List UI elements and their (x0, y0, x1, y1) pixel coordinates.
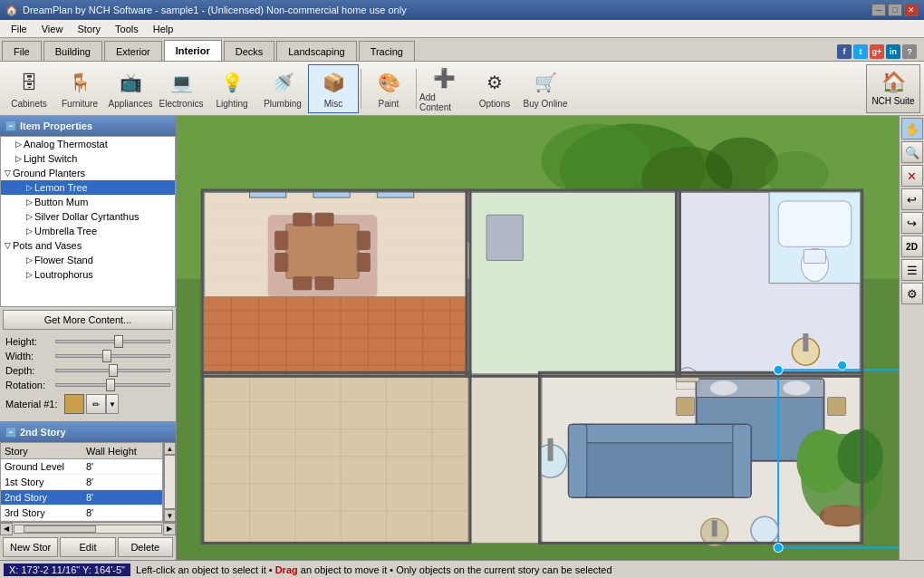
story-scroll-track[interactable] (164, 455, 176, 509)
svg-rect-55 (733, 425, 751, 498)
hscroll-track[interactable] (14, 525, 162, 534)
tree-item-silver-dollar[interactable]: ▷ Silver Dollar Cyrtanthus (1, 209, 175, 224)
tab-bar: File Building Exterior Interior Decks La… (0, 38, 924, 62)
google-icon[interactable]: g+ (870, 44, 884, 59)
close-button[interactable]: ✕ (904, 4, 919, 16)
hscroll-right[interactable]: ▶ (163, 523, 176, 535)
nch-suite-button[interactable]: 🏠 NCH Suite (866, 64, 920, 113)
toolbar-paint[interactable]: 🎨 Paint (363, 64, 414, 113)
hand-tool-button[interactable]: ✋ (901, 118, 923, 140)
svg-rect-64 (676, 397, 694, 415)
facebook-icon[interactable]: f (837, 44, 852, 59)
tab-interior[interactable]: Interior (164, 40, 222, 61)
tree-item-umbrella-tree[interactable]: ▷ Umbrella Tree (1, 224, 175, 238)
undo-button[interactable]: ↩ (901, 188, 923, 210)
item-props-collapse[interactable]: − (5, 120, 16, 131)
svg-rect-43 (377, 192, 413, 197)
toolbar-options[interactable]: ⚙ Options (469, 64, 520, 113)
twitter-icon[interactable]: t (853, 44, 868, 59)
tab-exterior[interactable]: Exterior (104, 41, 162, 61)
delete-story-button[interactable]: Delete (118, 537, 173, 557)
toolbar-electronics[interactable]: 💻 Electronics (156, 64, 207, 113)
2d-view-button[interactable]: 2D (901, 236, 923, 257)
tab-landscaping[interactable]: Landscaping (276, 41, 356, 61)
material-swatch[interactable] (64, 394, 84, 414)
depth-row: Depth: (5, 365, 170, 376)
help-icon[interactable]: ? (902, 44, 917, 59)
plumbing-icon: 🚿 (268, 68, 297, 97)
story-panel-header[interactable]: − 2nd Story (0, 422, 176, 442)
story-hscroll: ◀ ▶ (0, 522, 176, 535)
svg-point-61 (838, 429, 883, 484)
title-bar: 🏠 DreamPlan by NCH Software - sample1 - … (0, 0, 924, 20)
svg-rect-40 (268, 215, 378, 297)
svg-rect-65 (828, 397, 846, 415)
svg-point-94 (774, 543, 783, 552)
depth-slider[interactable] (55, 369, 170, 372)
story-scrollbar[interactable]: ▲ ▼ (163, 442, 176, 522)
redo-button[interactable]: ↪ (901, 212, 923, 234)
svg-rect-71 (468, 374, 542, 543)
title-bar-left: 🏠 DreamPlan by NCH Software - sample1 - … (5, 5, 407, 16)
width-label: Width: (5, 351, 55, 361)
rotation-slider[interactable] (55, 383, 170, 387)
minimize-button[interactable]: ─ (871, 4, 886, 16)
new-story-button[interactable]: New Stor (3, 537, 58, 557)
zoom-button[interactable]: 🔍 (901, 141, 923, 163)
toolbar-buy-online[interactable]: 🛒 Buy Online (520, 64, 571, 113)
story-col-header: Story (1, 446, 82, 457)
story-table-wrapper: Story Wall Height Ground Level 8' 1st St… (0, 442, 176, 522)
material-dropdown[interactable]: ▼ (106, 394, 119, 414)
tab-file[interactable]: File (2, 41, 42, 61)
toolbar-furniture[interactable]: 🪑 Furniture (54, 64, 105, 113)
settings-button[interactable]: ⚙ (901, 283, 923, 304)
tab-building[interactable]: Building (43, 41, 102, 61)
toolbar-right: 🏠 NCH Suite (866, 64, 920, 113)
tree-item-pots-vases[interactable]: ▽ Pots and Vases (1, 238, 175, 253)
remove-button[interactable]: ✕ (901, 165, 923, 187)
tab-decks[interactable]: Decks (224, 41, 275, 61)
status-bar: X: 173'-2 11/16" Y: 164'-5" Left-click a… (0, 560, 924, 578)
story-scroll-up[interactable]: ▲ (164, 442, 176, 455)
menu-view[interactable]: View (34, 22, 71, 36)
menu-help[interactable]: Help (146, 22, 181, 36)
width-slider[interactable] (55, 354, 170, 358)
tree-item-loutrophorus[interactable]: ▷ Loutrophorus (1, 267, 175, 282)
viewport[interactable] (177, 116, 899, 560)
tree-item-thermostat[interactable]: ▷ Analog Thermostat (1, 137, 175, 151)
tree-item-lemon-tree[interactable]: ▷ Lemon Tree (1, 180, 175, 195)
tree-item-flower-stand[interactable]: ▷ Flower Stand (1, 253, 175, 267)
edit-story-button[interactable]: Edit (60, 537, 115, 557)
menu-story[interactable]: Story (70, 22, 108, 36)
status-drag: Drag (275, 564, 298, 575)
toolbar-cabinets[interactable]: 🗄 Cabinets (4, 64, 54, 113)
story-row-3rd[interactable]: 3rd Story 8' (1, 506, 162, 521)
window-controls[interactable]: ─ □ ✕ (871, 4, 919, 16)
get-more-content-button[interactable]: Get More Content... (3, 310, 173, 330)
story-row-1st[interactable]: 1st Story 8' (1, 475, 162, 490)
story-collapse-button[interactable]: − (5, 427, 16, 438)
toolbar-add-content[interactable]: ➕ Add Content (419, 64, 469, 113)
linkedin-icon[interactable]: in (886, 44, 900, 59)
toolbar-plumbing[interactable]: 🚿 Plumbing (257, 64, 308, 113)
tab-tracing[interactable]: Tracing (359, 41, 415, 61)
layers-button[interactable]: ☰ (901, 259, 923, 281)
menu-file[interactable]: File (4, 22, 34, 36)
paint-icon: 🎨 (374, 68, 403, 97)
hscroll-left[interactable]: ◀ (0, 523, 13, 535)
toolbar-appliances[interactable]: 📺 Appliances (105, 64, 156, 113)
menu-tools[interactable]: Tools (108, 22, 146, 36)
toolbar-misc[interactable]: 📦 Misc (308, 64, 359, 113)
item-properties-header[interactable]: − Item Properties (0, 116, 176, 136)
material-edit-button[interactable]: ✏ (86, 394, 106, 414)
height-slider[interactable] (55, 340, 170, 343)
story-scroll-down[interactable]: ▼ (164, 509, 176, 522)
tree-item-ground-planters[interactable]: ▽ Ground Planters (1, 166, 175, 180)
toolbar-lighting[interactable]: 💡 Lighting (207, 64, 257, 113)
rotation-label: Rotation: (5, 380, 55, 390)
tree-item-button-mum[interactable]: ▷ Button Mum (1, 195, 175, 209)
tree-item-lightswitch[interactable]: ▷ Light Switch (1, 151, 175, 166)
story-row-2nd[interactable]: 2nd Story 8' (1, 490, 162, 506)
story-row-ground[interactable]: Ground Level 8' (1, 459, 162, 475)
maximize-button[interactable]: □ (888, 4, 902, 16)
